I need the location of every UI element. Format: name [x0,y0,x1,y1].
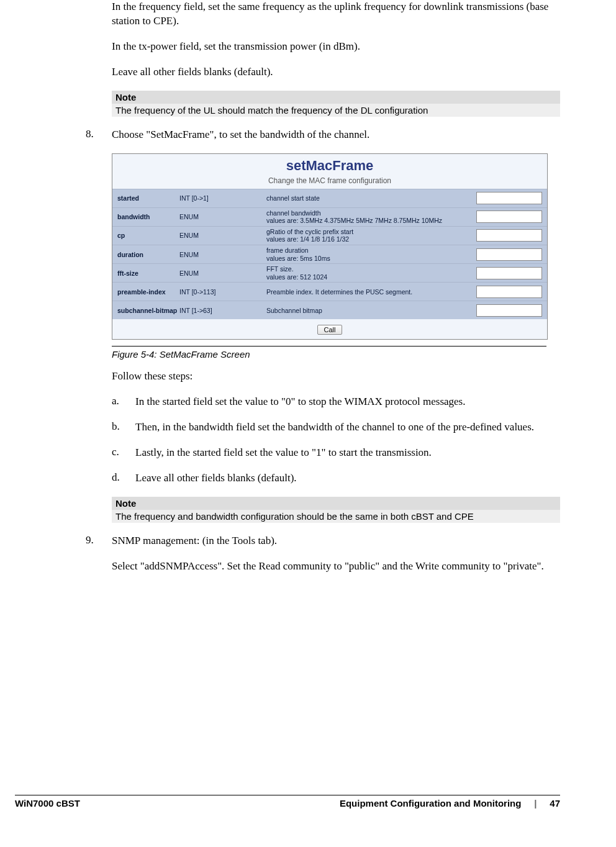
field-input-duration[interactable] [476,248,542,261]
field-desc: frame duration values are: 5ms 10ms [266,247,476,262]
field-type: ENUM [179,251,266,258]
field-desc: Preamble index. It determines the PUSC s… [266,288,476,296]
field-name: cp [117,232,179,239]
step-8: 8. Choose "SetMacFrame", to set the band… [56,128,560,142]
field-type: INT [1->63] [179,307,266,314]
field-name: bandwidth [117,213,179,220]
field-input-preamble-index[interactable] [476,286,542,298]
paragraph: Select "addSNMPAccess". Set the Read com… [112,559,560,574]
substep-letter: c. [112,446,135,460]
field-desc: channel start state [266,194,476,202]
note-header: Note [112,497,560,510]
field-input-cp[interactable] [476,229,542,242]
field-name: started [117,194,179,202]
footer-section: Equipment Configuration and Monitoring [340,798,521,808]
substep-text: Then, in the bandwidth field set the ban… [135,420,560,435]
substep-d: d. Leave all other fields blanks (defaul… [56,471,560,486]
screen-body: started INT [0->1] channel start state b… [112,189,547,340]
step-text: Choose "SetMacFrame", to set the bandwid… [112,128,560,142]
substep-text: In the started field set the value to "0… [135,395,560,409]
paragraph: Leave all other fields blanks (default). [112,65,560,79]
note-box: Note The frequency of the UL should matc… [112,91,560,117]
field-input-bandwidth[interactable] [476,211,542,223]
field-type: INT [0->113] [179,288,266,296]
substep-text: Lastly, in the started field set the val… [135,446,560,460]
field-name: duration [117,251,179,258]
page-footer: WiN7000 cBST Equipment Configuration and… [0,795,616,833]
step-9: 9. SNMP management: (in the Tools tab). [56,534,560,548]
field-input-started[interactable] [476,192,542,204]
screen-title: setMacFrame [112,158,547,174]
field-desc: Subchannel bitmap [266,307,476,315]
field-type: ENUM [179,213,266,220]
substep-letter: a. [112,395,135,409]
field-row-duration: duration ENUM frame duration values are:… [112,245,547,263]
field-desc: FFT size. values are: 512 1024 [266,265,476,281]
note-body: The frequency and bandwidth configuratio… [112,510,560,523]
footer-page-number: 47 [550,798,560,808]
substep-a: a. In the started field set the value to… [56,395,560,409]
field-type: ENUM [179,270,266,277]
field-type: INT [0->1] [179,194,266,202]
field-row-bandwidth: bandwidth ENUM channel bandwidth values … [112,207,547,226]
substep-c: c. Lastly, in the started field set the … [56,446,560,460]
note-box: Note The frequency and bandwidth configu… [112,497,560,523]
footer-separator: | [534,798,537,808]
step-number: 9. [86,534,112,548]
paragraph: Follow these steps: [112,369,560,384]
field-desc: channel bandwidth values are: 3.5MHz 4.3… [266,209,476,225]
note-body: The frequency of the UL should match the… [112,104,560,117]
footer-product: WiN7000 cBST [15,798,80,808]
field-row-preamble-index: preamble-index INT [0->113] Preamble ind… [112,282,547,301]
substep-letter: b. [112,420,135,435]
step-text: SNMP management: (in the Tools tab). [112,534,560,548]
field-row-started: started INT [0->1] channel start state [112,189,547,207]
field-type: ENUM [179,232,266,239]
setmacframe-screenshot: setMacFrame Change the MAC frame configu… [112,153,548,340]
field-input-fft-size[interactable] [476,267,542,279]
call-button[interactable]: Call [317,325,343,335]
figure-caption: Figure 5-4: SetMacFrame Screen [112,346,546,360]
field-desc: gRatio of the cyclic prefix start values… [266,228,476,243]
field-row-fft-size: fft-size ENUM FFT size. values are: 512 … [112,263,547,282]
note-header: Note [112,91,560,104]
field-row-cp: cp ENUM gRatio of the cyclic prefix star… [112,226,547,245]
paragraph: In the frequency field, set the same fre… [112,0,560,29]
field-name: fft-size [117,270,179,277]
substep-letter: d. [112,471,135,486]
substep-b: b. Then, in the bandwidth field set the … [56,420,560,435]
field-name: subchannel-bitmap [117,307,179,314]
field-name: preamble-index [117,288,179,296]
paragraph: In the tx-power field, set the transmiss… [112,40,560,54]
screen-header: setMacFrame Change the MAC frame configu… [112,154,547,189]
step-number: 8. [86,128,112,142]
field-input-subchannel-bitmap[interactable] [476,304,542,317]
field-row-subchannel-bitmap: subchannel-bitmap INT [1->63] Subchannel… [112,301,547,319]
screen-subtitle: Change the MAC frame configuration [112,176,547,185]
substep-text: Leave all other fields blanks (default). [135,471,560,486]
call-row: Call [112,319,547,339]
